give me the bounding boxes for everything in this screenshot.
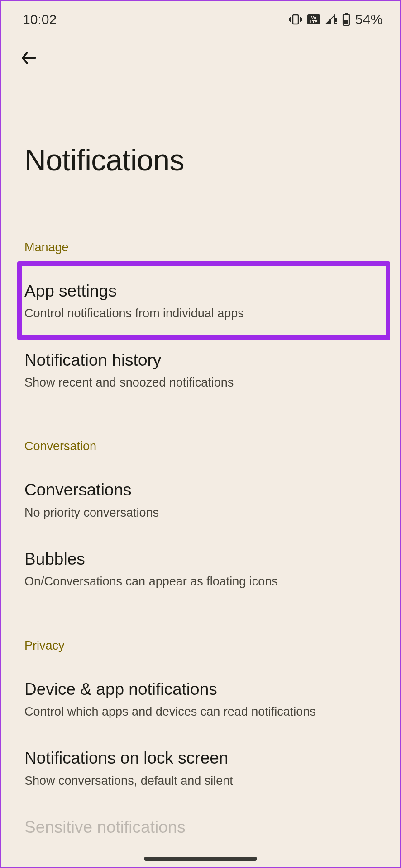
status-time: 10:02	[23, 12, 57, 27]
arrow-left-icon	[20, 49, 38, 67]
status-bar: 10:02 Vo LTE	[1, 1, 400, 32]
svg-rect-8	[344, 20, 348, 24]
battery-icon	[342, 13, 350, 26]
item-sensitive-notifications[interactable]: Sensitive notifications	[1, 803, 400, 838]
item-title: App settings	[24, 281, 377, 302]
item-app-settings[interactable]: App settings Control notifications from …	[1, 267, 400, 336]
item-notification-history[interactable]: Notification history Show recent and sno…	[1, 336, 400, 406]
item-title: Notifications on lock screen	[24, 748, 377, 769]
item-subtitle: Show conversations, default and silent	[24, 773, 377, 789]
signal-icon	[325, 14, 338, 25]
item-title: Notification history	[24, 350, 377, 371]
item-title: Conversations	[24, 480, 377, 500]
volte-icon: Vo LTE	[307, 14, 320, 25]
item-subtitle: No priority conversations	[24, 505, 377, 521]
svg-point-5	[335, 23, 337, 24]
app-bar	[1, 32, 400, 71]
item-subtitle: Control notifications from individual ap…	[24, 305, 377, 321]
section-manage: Manage App settings Control notification…	[1, 231, 400, 405]
item-conversations[interactable]: Conversations No priority conversations	[1, 466, 400, 535]
item-subtitle: Control which apps and devices can read …	[24, 703, 377, 720]
item-device-app-notifications[interactable]: Device & app notifications Control which…	[1, 665, 400, 735]
section-privacy: Privacy Device & app notifications Contr…	[1, 630, 400, 838]
item-title: Sensitive notifications	[24, 817, 377, 838]
nav-handle[interactable]	[144, 857, 257, 861]
battery-text: 54%	[355, 12, 383, 27]
status-right: Vo LTE 54%	[289, 12, 383, 27]
item-title: Device & app notifications	[24, 679, 377, 700]
page-title: Notifications	[1, 71, 400, 231]
back-button[interactable]	[16, 45, 42, 71]
section-label-privacy: Privacy	[1, 630, 400, 665]
item-subtitle: On/Conversations can appear as floating …	[24, 573, 377, 590]
item-subtitle: Show recent and snoozed notifications	[24, 374, 377, 391]
item-bubbles[interactable]: Bubbles On/Conversations can appear as f…	[1, 535, 400, 604]
svg-rect-0	[293, 15, 298, 24]
section-label-manage: Manage	[1, 231, 400, 267]
item-lock-screen-notifications[interactable]: Notifications on lock screen Show conver…	[1, 734, 400, 803]
section-label-conversation: Conversation	[1, 430, 400, 466]
item-title: Bubbles	[24, 549, 377, 570]
vibrate-icon	[289, 14, 302, 25]
svg-text:LTE: LTE	[310, 19, 317, 24]
svg-rect-4	[335, 18, 337, 22]
section-conversation: Conversation Conversations No priority c…	[1, 430, 400, 604]
